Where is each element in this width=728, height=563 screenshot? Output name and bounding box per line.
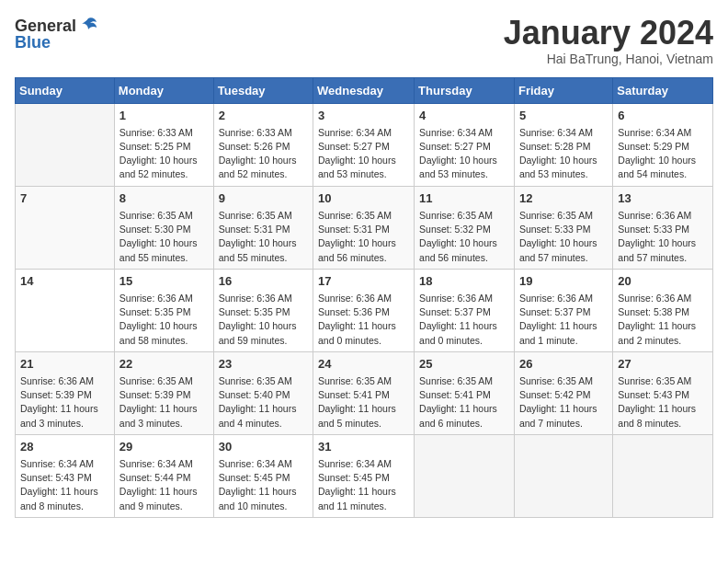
calendar-cell: 24Sunrise: 6:35 AM Sunset: 5:41 PM Dayli… — [313, 351, 415, 434]
logo: General Blue — [15, 15, 98, 52]
cell-content: Sunrise: 6:35 AM Sunset: 5:31 PM Dayligh… — [219, 209, 308, 265]
day-number: 27 — [618, 356, 708, 373]
cell-content: Sunrise: 6:34 AM Sunset: 5:28 PM Dayligh… — [519, 126, 608, 182]
calendar-cell: 3Sunrise: 6:34 AM Sunset: 5:27 PM Daylig… — [313, 103, 415, 186]
day-number: 4 — [419, 108, 509, 124]
calendar-cell: 20Sunrise: 6:36 AM Sunset: 5:38 PM Dayli… — [613, 269, 713, 351]
day-number: 26 — [519, 356, 608, 373]
cell-content: Sunrise: 6:34 AM Sunset: 5:45 PM Dayligh… — [318, 457, 409, 513]
cell-content: Sunrise: 6:36 AM Sunset: 5:38 PM Dayligh… — [618, 292, 708, 348]
day-number: 6 — [618, 108, 708, 124]
day-number: 3 — [318, 108, 409, 124]
cell-content: Sunrise: 6:35 AM Sunset: 5:39 PM Dayligh… — [119, 374, 209, 431]
calendar-cell: 29Sunrise: 6:34 AM Sunset: 5:44 PM Dayli… — [114, 434, 213, 517]
day-number: 2 — [219, 108, 308, 124]
cell-content: Sunrise: 6:35 AM Sunset: 5:43 PM Dayligh… — [618, 374, 708, 431]
calendar-cell: 22Sunrise: 6:35 AM Sunset: 5:39 PM Dayli… — [114, 351, 213, 434]
day-number: 15 — [119, 273, 209, 290]
cell-content: Sunrise: 6:36 AM Sunset: 5:33 PM Dayligh… — [618, 209, 708, 265]
calendar-cell: 30Sunrise: 6:34 AM Sunset: 5:45 PM Dayli… — [213, 434, 313, 517]
day-number: 13 — [618, 190, 708, 207]
calendar-cell: 25Sunrise: 6:35 AM Sunset: 5:41 PM Dayli… — [415, 351, 515, 434]
calendar-cell — [613, 434, 713, 517]
day-number: 10 — [318, 190, 409, 207]
cell-content: Sunrise: 6:33 AM Sunset: 5:25 PM Dayligh… — [119, 126, 209, 182]
cell-content: Sunrise: 6:34 AM Sunset: 5:43 PM Dayligh… — [20, 457, 109, 513]
calendar-week-4: 21Sunrise: 6:36 AM Sunset: 5:39 PM Dayli… — [16, 351, 713, 434]
calendar-cell: 23Sunrise: 6:35 AM Sunset: 5:40 PM Dayli… — [213, 351, 313, 434]
day-number: 31 — [318, 439, 409, 455]
day-number: 23 — [219, 356, 308, 373]
cell-content: Sunrise: 6:35 AM Sunset: 5:31 PM Dayligh… — [318, 209, 409, 265]
calendar-cell: 18Sunrise: 6:36 AM Sunset: 5:37 PM Dayli… — [415, 269, 515, 351]
cell-content: Sunrise: 6:35 AM Sunset: 5:42 PM Dayligh… — [519, 374, 608, 431]
day-number: 14 — [20, 273, 109, 290]
calendar-cell: 26Sunrise: 6:35 AM Sunset: 5:42 PM Dayli… — [514, 351, 612, 434]
cell-content: Sunrise: 6:35 AM Sunset: 5:41 PM Dayligh… — [318, 374, 409, 431]
calendar-cell: 8Sunrise: 6:35 AM Sunset: 5:30 PM Daylig… — [114, 186, 213, 269]
column-header-friday: Friday — [514, 77, 612, 103]
month-title: January 2024 — [504, 15, 713, 52]
cell-content: Sunrise: 6:34 AM Sunset: 5:44 PM Dayligh… — [119, 457, 209, 513]
calendar-cell: 7 — [16, 186, 115, 269]
location-subtitle: Hai BaTrung, Hanoi, Vietnam — [504, 52, 713, 66]
day-number: 30 — [219, 439, 308, 455]
calendar-cell — [514, 434, 612, 517]
calendar-cell: 5Sunrise: 6:34 AM Sunset: 5:28 PM Daylig… — [514, 103, 612, 186]
calendar-week-2: 78Sunrise: 6:35 AM Sunset: 5:30 PM Dayli… — [16, 186, 713, 269]
cell-content: Sunrise: 6:34 AM Sunset: 5:29 PM Dayligh… — [618, 126, 708, 182]
cell-content: Sunrise: 6:34 AM Sunset: 5:27 PM Dayligh… — [318, 126, 409, 182]
day-number: 29 — [119, 439, 209, 455]
calendar-cell: 2Sunrise: 6:33 AM Sunset: 5:26 PM Daylig… — [213, 103, 313, 186]
cell-content: Sunrise: 6:35 AM Sunset: 5:41 PM Dayligh… — [419, 374, 509, 431]
calendar-week-3: 1415Sunrise: 6:36 AM Sunset: 5:35 PM Day… — [16, 269, 713, 351]
calendar-cell: 13Sunrise: 6:36 AM Sunset: 5:33 PM Dayli… — [613, 186, 713, 269]
calendar-cell: 28Sunrise: 6:34 AM Sunset: 5:43 PM Dayli… — [16, 434, 115, 517]
day-number: 22 — [119, 356, 209, 373]
calendar-table: SundayMondayTuesdayWednesdayThursdayFrid… — [15, 77, 713, 518]
day-number: 17 — [318, 273, 409, 290]
cell-content: Sunrise: 6:34 AM Sunset: 5:27 PM Dayligh… — [419, 126, 509, 182]
day-number: 19 — [519, 273, 608, 290]
cell-content: Sunrise: 6:35 AM Sunset: 5:33 PM Dayligh… — [519, 209, 608, 265]
column-header-tuesday: Tuesday — [213, 77, 313, 103]
calendar-cell: 19Sunrise: 6:36 AM Sunset: 5:37 PM Dayli… — [514, 269, 612, 351]
calendar-cell: 11Sunrise: 6:35 AM Sunset: 5:32 PM Dayli… — [415, 186, 515, 269]
calendar-week-1: 1Sunrise: 6:33 AM Sunset: 5:25 PM Daylig… — [16, 103, 713, 186]
day-number: 20 — [618, 273, 708, 290]
column-header-saturday: Saturday — [613, 77, 713, 103]
day-number: 28 — [20, 439, 109, 455]
calendar-cell — [16, 103, 115, 186]
column-header-sunday: Sunday — [16, 77, 115, 103]
cell-content: Sunrise: 6:35 AM Sunset: 5:30 PM Dayligh… — [119, 209, 209, 265]
day-number: 11 — [419, 190, 509, 207]
logo-bird-icon — [78, 15, 98, 35]
title-area: January 2024 Hai BaTrung, Hanoi, Vietnam — [504, 15, 713, 66]
calendar-week-5: 28Sunrise: 6:34 AM Sunset: 5:43 PM Dayli… — [16, 434, 713, 517]
day-number: 25 — [419, 356, 509, 373]
calendar-cell: 10Sunrise: 6:35 AM Sunset: 5:31 PM Dayli… — [313, 186, 415, 269]
day-number: 9 — [219, 190, 308, 207]
calendar-cell — [415, 434, 515, 517]
cell-content: Sunrise: 6:35 AM Sunset: 5:40 PM Dayligh… — [219, 374, 308, 431]
cell-content: Sunrise: 6:33 AM Sunset: 5:26 PM Dayligh… — [219, 126, 308, 182]
calendar-cell: 4Sunrise: 6:34 AM Sunset: 5:27 PM Daylig… — [415, 103, 515, 186]
day-number: 7 — [20, 190, 109, 207]
cell-content: Sunrise: 6:35 AM Sunset: 5:32 PM Dayligh… — [419, 209, 509, 265]
header: General Blue January 2024 Hai BaTrung, H… — [15, 15, 713, 66]
day-number: 18 — [419, 273, 509, 290]
cell-content: Sunrise: 6:36 AM Sunset: 5:35 PM Dayligh… — [219, 292, 308, 348]
cell-content: Sunrise: 6:34 AM Sunset: 5:45 PM Dayligh… — [219, 457, 308, 513]
day-number: 24 — [318, 356, 409, 373]
logo-blue-text: Blue — [15, 33, 51, 52]
day-number: 1 — [119, 108, 209, 124]
cell-content: Sunrise: 6:36 AM Sunset: 5:39 PM Dayligh… — [20, 374, 109, 431]
day-number: 21 — [20, 356, 109, 373]
day-number: 8 — [119, 190, 209, 207]
calendar-cell: 12Sunrise: 6:35 AM Sunset: 5:33 PM Dayli… — [514, 186, 612, 269]
calendar-cell: 15Sunrise: 6:36 AM Sunset: 5:35 PM Dayli… — [114, 269, 213, 351]
day-number: 16 — [219, 273, 308, 290]
calendar-cell: 17Sunrise: 6:36 AM Sunset: 5:36 PM Dayli… — [313, 269, 415, 351]
cell-content: Sunrise: 6:36 AM Sunset: 5:35 PM Dayligh… — [119, 292, 209, 348]
calendar-cell: 1Sunrise: 6:33 AM Sunset: 5:25 PM Daylig… — [114, 103, 213, 186]
